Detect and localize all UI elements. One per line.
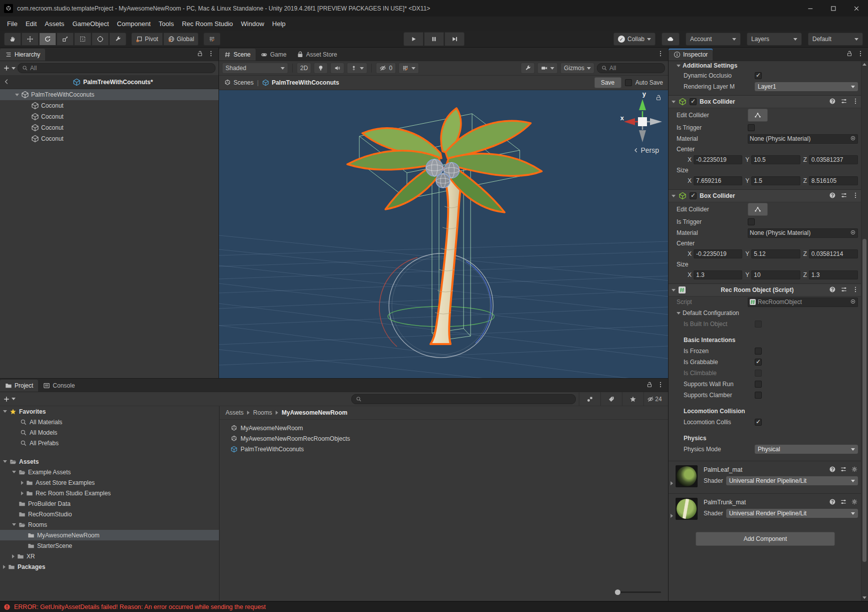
file-item-scene-1[interactable]: MyAwesomeNewRoom [220,423,668,433]
collab-dropdown[interactable]: ✓ Collab [613,33,656,46]
hierarchy-lock-icon[interactable] [196,50,203,59]
step-button[interactable] [445,32,465,46]
center-x-field[interactable]: -0.2235019 [694,249,742,258]
inspector-lock-icon[interactable] [846,50,853,59]
component-menu-icon[interactable] [852,192,859,200]
component-menu-icon[interactable] [852,286,859,294]
object-picker-icon[interactable] [850,229,856,237]
help-icon[interactable] [829,498,836,507]
scene-search-input[interactable]: All [597,63,665,73]
size-y-field[interactable]: 1.5 [751,176,800,185]
material-foldout-icon[interactable] [671,481,673,485]
menu-rec-room-studio[interactable]: Rec Room Studio [178,20,237,28]
tab-game[interactable]: Game [256,49,292,61]
hierarchy-item-coconut-3[interactable]: Coconut [0,122,219,133]
center-y-field[interactable]: 10.5 [751,155,800,164]
favorites-filter-icon[interactable] [622,392,643,406]
shader-dropdown[interactable]: Universal Render Pipeline/Lit [726,476,858,485]
shader-dropdown[interactable]: Universal Render Pipeline/Lit [726,509,858,518]
supports-clamber-checkbox[interactable] [755,392,762,399]
tree-item-starterscene[interactable]: StarterScene [0,540,219,551]
inspector-scrollbar[interactable] [861,61,868,601]
close-button[interactable] [845,0,868,17]
tree-item-recroomstudio[interactable]: RecRoomStudio [0,509,219,519]
size-z-field[interactable]: 1.3 [809,270,858,279]
gizmo-down-cone[interactable] [639,130,646,142]
center-z-field[interactable]: 0.03581237 [809,155,858,164]
breadcrumb-prefab[interactable]: PalmTreeWithCoconuts [262,79,339,86]
hierarchy-item-coconut-4[interactable]: Coconut [0,133,219,144]
box-collider-1-header[interactable]: Box Collider [669,95,862,108]
foldout-arrow-icon[interactable] [672,195,676,197]
scroll-down-icon[interactable] [862,596,866,599]
layers-dropdown[interactable]: Layers [747,33,802,46]
presets-icon[interactable] [840,466,847,474]
layout-dropdown[interactable]: Default [808,33,863,46]
physic-material-field[interactable]: None (Physic Material) [748,134,858,144]
gizmo-right-cone[interactable] [650,118,662,125]
physic-material-field[interactable]: None (Physic Material) [748,228,858,238]
is-trigger-checkbox[interactable] [748,124,755,131]
help-icon[interactable] [829,286,836,294]
tree-item-example-assets[interactable]: Example Assets [0,467,219,477]
tree-item-probuilder-data[interactable]: ProBuilder Data [0,498,219,509]
scene-camera-dropdown[interactable] [537,63,558,74]
tree-item-rec-room-studio-examples[interactable]: Rec Room Studio Examples [0,488,219,498]
material-preview-sphere[interactable] [676,498,698,520]
foldout-arrow-icon[interactable] [672,289,676,291]
rec-room-object-header[interactable]: Rec Room Object (Script) [669,283,862,296]
menu-window[interactable]: Window [237,20,268,28]
is-grabbable-checkbox[interactable] [755,359,762,366]
scroll-up-icon[interactable] [862,63,866,66]
tab-inspector[interactable]: Inspector [669,49,713,61]
foldout-arrow-icon[interactable] [15,94,19,96]
prefab-back-button[interactable] [3,78,10,87]
presets-icon[interactable] [840,498,847,507]
hierarchy-search-input[interactable]: All [18,63,215,73]
custom-tool-button[interactable] [109,33,126,46]
cloud-button[interactable] [662,33,680,46]
tree-item-all-models[interactable]: All Models [0,427,219,438]
tree-item-all-prefabs[interactable]: All Prefabs [0,438,219,448]
thumbnail-size-slider[interactable] [615,589,661,595]
locomotion-collision-checkbox[interactable] [755,419,762,426]
center-x-field[interactable]: -0.2235019 [694,155,742,164]
tab-project[interactable]: Project [0,380,38,392]
gear-icon[interactable] [851,498,858,507]
rotate-tool-button[interactable] [39,33,56,46]
slider-knob[interactable] [615,589,620,595]
hidden-packages-icon[interactable]: 24 [643,392,665,406]
gizmo-y-axis-cone[interactable] [639,99,646,110]
box-collider-1-enabled-checkbox[interactable] [690,98,697,105]
tree-item-myawesomenewroom[interactable]: MyAwesomeNewRoom [0,530,219,540]
physics-mode-dropdown[interactable]: Physical [755,445,858,454]
add-component-button[interactable]: Add Component [696,532,835,546]
is-trigger-checkbox[interactable] [748,218,755,225]
minimize-button[interactable] [799,0,822,17]
2d-toggle-button[interactable]: 2D [297,63,311,74]
gizmos-dropdown[interactable]: Gizmos [560,63,594,74]
material-foldout-icon[interactable] [671,514,673,518]
auto-save-checkbox[interactable] [625,79,632,86]
breadcrumb-rooms[interactable]: Rooms [253,409,272,416]
hierarchy-item-coconut-2[interactable]: Coconut [0,111,219,122]
project-lock-icon[interactable] [646,381,653,390]
hierarchy-item-palmtree[interactable]: PalmTreeWithCoconuts [0,89,219,100]
presets-icon[interactable] [840,98,847,106]
scrollbar-thumb[interactable] [862,239,866,562]
box-collider-2-header[interactable]: Box Collider [669,189,862,202]
label-filter-icon[interactable] [600,392,622,406]
tab-scene[interactable]: Scene [219,49,256,61]
foldout-arrow-icon[interactable] [677,65,681,67]
hierarchy-create-button[interactable] [3,65,16,72]
grid-snapping-button[interactable] [203,33,221,46]
hand-tool-button[interactable] [4,33,21,46]
pause-button[interactable] [424,32,444,46]
pivot-toggle-button[interactable]: Pivot [131,33,163,46]
project-menu-icon[interactable] [657,381,664,390]
tree-item-assets[interactable]: Assets [0,456,219,467]
global-toggle-button[interactable]: Global [163,33,199,46]
default-configuration-foldout[interactable]: Default Configuration [683,310,739,317]
gear-icon[interactable] [851,466,858,474]
tree-item-favorites[interactable]: Favorites [0,406,219,417]
